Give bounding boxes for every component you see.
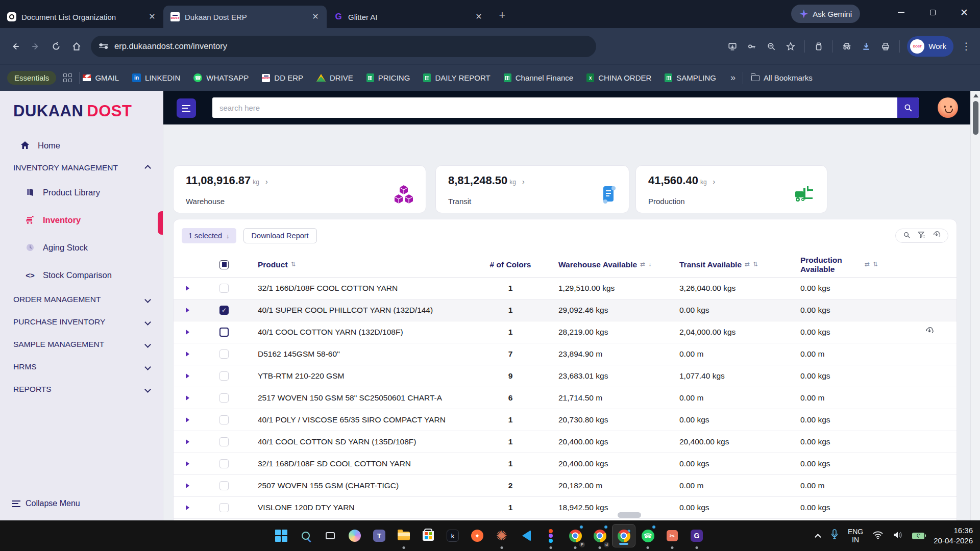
row-download-icon[interactable] — [920, 327, 957, 337]
sidebar-section-reports[interactable]: REPORTS — [0, 385, 163, 394]
sidebar-item-aging-stock[interactable]: Aging Stock — [0, 242, 163, 253]
essentials-pill[interactable]: Essentials — [7, 71, 56, 85]
browser-menu-icon[interactable]: ⋮ — [958, 38, 975, 55]
expand-row-icon[interactable] — [186, 308, 189, 313]
site-info-icon[interactable] — [99, 44, 108, 48]
sidebar-section-purchase-inventory[interactable]: PURCHASE INVENTORY — [0, 317, 163, 327]
search-input[interactable]: search here — [212, 104, 897, 112]
row-checkbox[interactable] — [219, 437, 229, 446]
col-product[interactable]: Product — [258, 260, 288, 269]
col-transit[interactable]: Transit Available — [679, 260, 742, 269]
table-row[interactable]: 40/1 COOL COTTON SD YARN (135D/108F) 1 2… — [174, 431, 957, 453]
warehouse-summary-card[interactable]: 11,08,916.87kg› Warehouse — [173, 165, 426, 213]
bookmark-drive[interactable]: DRIVE — [316, 73, 353, 82]
expand-row-icon[interactable] — [186, 483, 189, 488]
sort-icon[interactable]: ⇅ — [873, 261, 878, 268]
bookmark-linkedin[interactable]: inLINKEDIN — [132, 73, 180, 82]
terminal-app-icon[interactable]: k — [440, 520, 465, 551]
search-button[interactable] — [897, 97, 919, 118]
table-row[interactable]: 40/1 SUPER COOL PHILLCOT YARN (132D/144)… — [174, 299, 957, 321]
scroll-up-arrow[interactable] — [973, 94, 978, 97]
download-report-button[interactable]: Download Report — [243, 228, 317, 243]
dukaan-dost-logo[interactable]: DUKAANDOST — [13, 102, 132, 120]
expand-row-icon[interactable] — [186, 439, 189, 444]
collapse-menu-button[interactable]: Collapse Menu — [12, 499, 80, 508]
sort-icon[interactable]: ⇅ — [753, 261, 758, 268]
back-icon[interactable] — [5, 36, 26, 57]
extension-jar-icon[interactable] — [810, 38, 827, 55]
expand-row-icon[interactable] — [186, 330, 189, 335]
expand-row-icon[interactable] — [186, 395, 189, 400]
file-explorer-icon[interactable] — [391, 520, 416, 551]
claude-icon[interactable]: ✺ — [489, 520, 514, 551]
chrome-active-icon[interactable] — [612, 524, 635, 547]
expand-row-icon[interactable] — [186, 505, 189, 510]
sidebar-section-hrms[interactable]: HRMS — [0, 362, 163, 371]
task-view-icon[interactable] — [318, 520, 342, 551]
tab-close-icon[interactable]: ✕ — [147, 12, 157, 22]
sidebar-section-order-management[interactable]: ORDER MANAGEMENT — [0, 295, 163, 304]
table-row[interactable]: 32/1 166D/108F COOL COTTON YARN 1 1,29,5… — [174, 278, 957, 299]
url-text[interactable]: erp.dukaandost.com/inventory — [114, 41, 227, 51]
app-search-bar[interactable]: search here — [212, 97, 919, 118]
chrome-profile-d-icon[interactable]: d — [587, 520, 612, 551]
wifi-icon[interactable] — [872, 531, 884, 541]
print-icon[interactable] — [877, 38, 894, 55]
battery-icon[interactable]: Ϛ — [912, 533, 924, 539]
microphone-icon[interactable] — [830, 529, 839, 542]
app-menu-button[interactable] — [177, 98, 196, 118]
chevron-right-icon[interactable]: › — [713, 178, 716, 186]
forward-icon[interactable] — [26, 36, 46, 57]
close-button[interactable]: ✕ — [948, 0, 980, 24]
downloads-icon[interactable] — [857, 38, 875, 55]
col-colors[interactable]: # of Colors — [490, 260, 531, 269]
browser-profile-chip[interactable]: DOST Work — [907, 36, 953, 57]
swap-sort-icon[interactable]: ⇄ — [865, 261, 870, 268]
bookmark-china-order[interactable]: xCHINA ORDER — [586, 73, 651, 82]
reload-icon[interactable] — [46, 36, 66, 57]
table-row[interactable]: 2517 WOVEN 150 GSM 58" SC25050601 CHART-… — [174, 387, 957, 409]
table-row[interactable]: VISLONE 120D DTY YARN 1 18,942.50 kgs 0.… — [174, 497, 957, 519]
hidden-icons-chevron[interactable] — [815, 534, 821, 540]
bookmark-star-icon[interactable] — [782, 38, 799, 55]
bookmark-whatsapp[interactable]: ☎WHATSAPP — [193, 73, 249, 82]
expand-row-icon[interactable] — [186, 373, 189, 379]
glitter-app-icon[interactable]: G — [684, 520, 709, 551]
sort-desc-icon[interactable]: ↓ — [648, 261, 651, 268]
sidebar-section-sample-management[interactable]: SAMPLE MANAGEMENT — [0, 340, 163, 349]
tab-dukaan-dost-erp[interactable]: DOST Dukaan Dost ERP ✕ — [163, 6, 327, 28]
restore-button[interactable] — [917, 0, 948, 24]
table-search-icon[interactable] — [903, 231, 911, 241]
chevron-right-icon[interactable]: › — [265, 178, 268, 186]
snipping-tool-icon[interactable]: ✂ — [660, 520, 684, 551]
table-row[interactable]: D5162 145GSM 58-60'' 7 23,894.90 m 0.00 … — [174, 343, 957, 365]
tab-glitter-ai[interactable]: G Glitter AI ✕ — [327, 6, 490, 28]
bookmark-dd-erp[interactable]: DOSTDD ERP — [262, 73, 303, 82]
expand-row-icon[interactable] — [186, 286, 189, 291]
row-checkbox[interactable] — [219, 503, 229, 512]
chevron-right-icon[interactable]: › — [522, 178, 525, 186]
tab-close-icon[interactable]: ✕ — [474, 12, 484, 22]
production-summary-card[interactable]: 41,560.40kg› Production — [635, 165, 827, 213]
user-avatar[interactable] — [938, 97, 958, 118]
microsoft-store-icon[interactable] — [416, 520, 440, 551]
expand-row-icon[interactable] — [186, 352, 189, 357]
all-bookmarks[interactable]: All Bookmarks — [751, 73, 813, 82]
row-checkbox[interactable] — [219, 284, 229, 293]
row-checkbox[interactable] — [219, 328, 229, 337]
teams-icon[interactable]: T — [367, 520, 391, 551]
row-checkbox[interactable] — [219, 306, 229, 315]
home-icon[interactable] — [66, 36, 87, 57]
bookmark-pricing[interactable]: PRICING — [366, 73, 410, 82]
apps-grid-icon[interactable] — [63, 73, 72, 82]
tab-document-list[interactable]: Document List Organization ✕ — [0, 6, 163, 28]
row-checkbox[interactable] — [219, 481, 229, 490]
language-indicator[interactable]: ENGIN — [848, 528, 863, 544]
horizontal-scrollbar-thumb[interactable] — [618, 512, 641, 518]
tab-close-icon[interactable]: ✕ — [310, 12, 321, 22]
bookmark-daily-report[interactable]: DAILY REPORT — [423, 73, 490, 82]
table-row[interactable]: YTB-RTM 210-220 GSM 9 23,683.01 kgs 1,07… — [174, 365, 957, 387]
row-checkbox[interactable] — [219, 393, 229, 403]
address-bar[interactable]: erp.dukaandost.com/inventory — [91, 36, 596, 57]
row-checkbox[interactable] — [219, 349, 229, 359]
